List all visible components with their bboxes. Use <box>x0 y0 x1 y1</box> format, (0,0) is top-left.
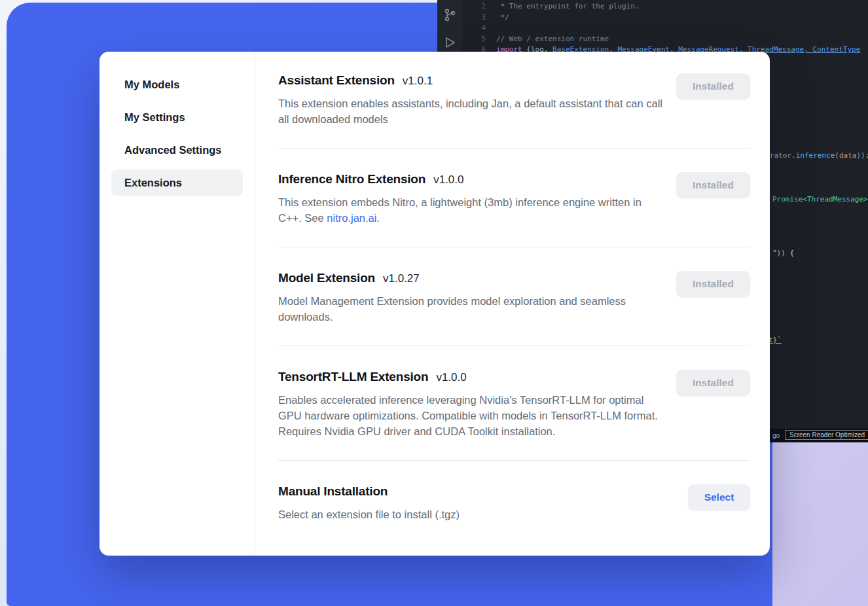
installed-button[interactable]: Installed <box>676 271 750 297</box>
line-number: 5 <box>475 34 486 45</box>
extension-title: TensortRT-LLM Extension <box>278 370 428 383</box>
manual-installation-row: Manual Installation Select an extension … <box>278 461 750 543</box>
code-text: * The entrypoint for the plugin. <box>496 2 640 10</box>
sidebar-item-my-settings[interactable]: My Settings <box>111 104 243 130</box>
code-fragment-template: t}` <box>769 336 782 344</box>
manual-installation-description: Select an extension file to install (.tg… <box>278 507 663 522</box>
code-line: 4 <box>475 23 860 34</box>
installed-button[interactable]: Installed <box>676 172 750 198</box>
extension-description: This extension embeds Nitro, a lightweig… <box>278 194 663 226</box>
settings-sidebar: My Models My Settings Advanced Settings … <box>99 52 255 556</box>
sidebar-item-my-models[interactable]: My Models <box>111 71 243 98</box>
code-text: ")) <box>772 249 790 257</box>
extension-description: Enables accelerated inference leveraging… <box>278 392 663 439</box>
extension-row-model: Model Extensionv1.0.27 Model Management … <box>278 247 750 346</box>
extension-version: v1.0.0 <box>433 173 463 186</box>
description-text: . <box>376 212 380 224</box>
extension-title: Model Extension <box>278 271 375 285</box>
line-number: 2 <box>475 1 486 12</box>
select-file-button[interactable]: Select <box>688 484 750 510</box>
page-background: 2 * The entrypoint for the plugin. 3 */ … <box>0 0 868 606</box>
code-fragment-promise: Promise<ThreadMessage> <box>772 195 868 204</box>
extension-description: Model Management Extension provides mode… <box>278 293 663 325</box>
extension-version: v1.0.0 <box>436 371 466 383</box>
code-text: data <box>839 151 857 160</box>
code-text: inference <box>796 151 835 160</box>
code-fragment-call: rator.inference(data)); <box>770 151 868 160</box>
manual-installation-title: Manual Installation <box>278 484 388 498</box>
extension-row-assistant: Assistant Extensionv1.0.1 This extension… <box>278 73 750 149</box>
installed-button[interactable]: Installed <box>676 370 750 396</box>
extension-row-tensorrt: TensortRT-LLM Extensionv1.0.0 Enables ac… <box>278 346 750 461</box>
status-bar-text: go <box>772 432 780 439</box>
sidebar-item-advanced-settings[interactable]: Advanced Settings <box>111 137 243 163</box>
code-line: 5// Web / extension runtime <box>475 34 860 45</box>
code-text: )); <box>856 151 868 160</box>
extension-version: v1.0.1 <box>403 75 433 87</box>
extension-row-nitro: Inference Nitro Extensionv1.0.0 This ext… <box>278 149 750 247</box>
code-line: 2 * The entrypoint for the plugin. <box>475 1 860 12</box>
code-text: */ <box>496 13 509 22</box>
screen-reader-chip[interactable]: Screen Reader Optimized <box>785 430 868 440</box>
extensions-list: Assistant Extensionv1.0.1 This extension… <box>255 52 770 556</box>
extension-title: Inference Nitro Extension <box>278 172 425 186</box>
code-fragment-paren: ")) { <box>772 249 794 257</box>
line-number: 4 <box>475 23 486 34</box>
code-area: 2 * The entrypoint for the plugin. 3 */ … <box>475 1 860 56</box>
settings-modal: My Models My Settings Advanced Settings … <box>99 52 770 556</box>
source-control-icon[interactable] <box>442 7 458 23</box>
code-text: ( <box>835 151 839 160</box>
extension-description: This extension enables assistants, inclu… <box>278 96 663 127</box>
line-number: 3 <box>475 12 486 24</box>
extension-title: Assistant Extension <box>278 73 395 87</box>
code-text: rator. <box>770 151 796 160</box>
run-debug-icon[interactable] <box>442 35 458 50</box>
nitro-link[interactable]: nitro.jan.ai <box>327 212 376 224</box>
code-text: // Web / extension runtime <box>496 35 609 43</box>
extension-version: v1.0.27 <box>383 272 420 285</box>
code-text: { <box>790 249 795 257</box>
code-line: 3 */ <box>475 12 860 24</box>
sidebar-item-extensions[interactable]: Extensions <box>111 169 243 196</box>
installed-button[interactable]: Installed <box>676 73 750 99</box>
